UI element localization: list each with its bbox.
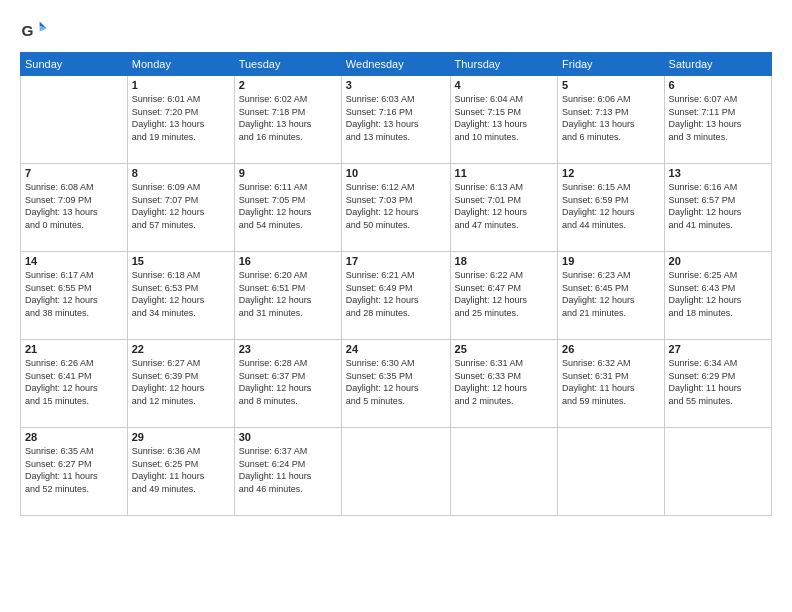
day-info: Sunrise: 6:06 AM Sunset: 7:13 PM Dayligh… (562, 93, 660, 143)
day-info: Sunrise: 6:34 AM Sunset: 6:29 PM Dayligh… (669, 357, 767, 407)
calendar-cell: 27Sunrise: 6:34 AM Sunset: 6:29 PM Dayli… (664, 340, 771, 428)
day-number: 12 (562, 167, 660, 179)
day-number: 1 (132, 79, 230, 91)
day-info: Sunrise: 6:25 AM Sunset: 6:43 PM Dayligh… (669, 269, 767, 319)
day-number: 23 (239, 343, 337, 355)
day-info: Sunrise: 6:32 AM Sunset: 6:31 PM Dayligh… (562, 357, 660, 407)
day-info: Sunrise: 6:20 AM Sunset: 6:51 PM Dayligh… (239, 269, 337, 319)
day-info: Sunrise: 6:13 AM Sunset: 7:01 PM Dayligh… (455, 181, 554, 231)
calendar-cell: 28Sunrise: 6:35 AM Sunset: 6:27 PM Dayli… (21, 428, 128, 516)
calendar-cell: 30Sunrise: 6:37 AM Sunset: 6:24 PM Dayli… (234, 428, 341, 516)
calendar-cell: 24Sunrise: 6:30 AM Sunset: 6:35 PM Dayli… (341, 340, 450, 428)
calendar-cell: 26Sunrise: 6:32 AM Sunset: 6:31 PM Dayli… (558, 340, 665, 428)
day-info: Sunrise: 6:02 AM Sunset: 7:18 PM Dayligh… (239, 93, 337, 143)
day-number: 30 (239, 431, 337, 443)
calendar-cell (21, 76, 128, 164)
calendar-cell: 7Sunrise: 6:08 AM Sunset: 7:09 PM Daylig… (21, 164, 128, 252)
calendar-cell: 6Sunrise: 6:07 AM Sunset: 7:11 PM Daylig… (664, 76, 771, 164)
calendar-cell (558, 428, 665, 516)
day-number: 22 (132, 343, 230, 355)
day-info: Sunrise: 6:21 AM Sunset: 6:49 PM Dayligh… (346, 269, 446, 319)
calendar-cell (450, 428, 558, 516)
day-info: Sunrise: 6:04 AM Sunset: 7:15 PM Dayligh… (455, 93, 554, 143)
calendar-cell: 15Sunrise: 6:18 AM Sunset: 6:53 PM Dayli… (127, 252, 234, 340)
day-number: 2 (239, 79, 337, 91)
day-info: Sunrise: 6:01 AM Sunset: 7:20 PM Dayligh… (132, 93, 230, 143)
calendar-cell: 2Sunrise: 6:02 AM Sunset: 7:18 PM Daylig… (234, 76, 341, 164)
day-info: Sunrise: 6:30 AM Sunset: 6:35 PM Dayligh… (346, 357, 446, 407)
calendar-cell: 3Sunrise: 6:03 AM Sunset: 7:16 PM Daylig… (341, 76, 450, 164)
day-number: 29 (132, 431, 230, 443)
calendar-cell (664, 428, 771, 516)
day-number: 21 (25, 343, 123, 355)
calendar-cell: 4Sunrise: 6:04 AM Sunset: 7:15 PM Daylig… (450, 76, 558, 164)
calendar-week-1: 1Sunrise: 6:01 AM Sunset: 7:20 PM Daylig… (21, 76, 772, 164)
day-info: Sunrise: 6:37 AM Sunset: 6:24 PM Dayligh… (239, 445, 337, 495)
day-number: 6 (669, 79, 767, 91)
calendar-cell: 20Sunrise: 6:25 AM Sunset: 6:43 PM Dayli… (664, 252, 771, 340)
day-number: 11 (455, 167, 554, 179)
calendar-cell: 10Sunrise: 6:12 AM Sunset: 7:03 PM Dayli… (341, 164, 450, 252)
logo: G (20, 16, 52, 44)
day-header-sunday: Sunday (21, 53, 128, 76)
calendar-week-3: 14Sunrise: 6:17 AM Sunset: 6:55 PM Dayli… (21, 252, 772, 340)
day-number: 19 (562, 255, 660, 267)
day-number: 7 (25, 167, 123, 179)
day-info: Sunrise: 6:03 AM Sunset: 7:16 PM Dayligh… (346, 93, 446, 143)
calendar-cell: 5Sunrise: 6:06 AM Sunset: 7:13 PM Daylig… (558, 76, 665, 164)
day-info: Sunrise: 6:17 AM Sunset: 6:55 PM Dayligh… (25, 269, 123, 319)
calendar-cell (341, 428, 450, 516)
day-info: Sunrise: 6:09 AM Sunset: 7:07 PM Dayligh… (132, 181, 230, 231)
day-info: Sunrise: 6:22 AM Sunset: 6:47 PM Dayligh… (455, 269, 554, 319)
calendar-cell: 13Sunrise: 6:16 AM Sunset: 6:57 PM Dayli… (664, 164, 771, 252)
day-header-friday: Friday (558, 53, 665, 76)
day-number: 25 (455, 343, 554, 355)
calendar-cell: 12Sunrise: 6:15 AM Sunset: 6:59 PM Dayli… (558, 164, 665, 252)
day-header-tuesday: Tuesday (234, 53, 341, 76)
day-info: Sunrise: 6:12 AM Sunset: 7:03 PM Dayligh… (346, 181, 446, 231)
day-number: 3 (346, 79, 446, 91)
day-number: 18 (455, 255, 554, 267)
calendar-week-2: 7Sunrise: 6:08 AM Sunset: 7:09 PM Daylig… (21, 164, 772, 252)
day-number: 13 (669, 167, 767, 179)
day-info: Sunrise: 6:11 AM Sunset: 7:05 PM Dayligh… (239, 181, 337, 231)
day-number: 17 (346, 255, 446, 267)
day-info: Sunrise: 6:08 AM Sunset: 7:09 PM Dayligh… (25, 181, 123, 231)
day-number: 28 (25, 431, 123, 443)
day-info: Sunrise: 6:23 AM Sunset: 6:45 PM Dayligh… (562, 269, 660, 319)
calendar-cell: 8Sunrise: 6:09 AM Sunset: 7:07 PM Daylig… (127, 164, 234, 252)
day-number: 4 (455, 79, 554, 91)
day-number: 27 (669, 343, 767, 355)
day-number: 15 (132, 255, 230, 267)
day-number: 5 (562, 79, 660, 91)
day-info: Sunrise: 6:15 AM Sunset: 6:59 PM Dayligh… (562, 181, 660, 231)
day-header-saturday: Saturday (664, 53, 771, 76)
calendar-cell: 19Sunrise: 6:23 AM Sunset: 6:45 PM Dayli… (558, 252, 665, 340)
calendar-cell: 1Sunrise: 6:01 AM Sunset: 7:20 PM Daylig… (127, 76, 234, 164)
day-header-monday: Monday (127, 53, 234, 76)
calendar-header-row: SundayMondayTuesdayWednesdayThursdayFrid… (21, 53, 772, 76)
calendar-cell: 21Sunrise: 6:26 AM Sunset: 6:41 PM Dayli… (21, 340, 128, 428)
calendar-cell: 22Sunrise: 6:27 AM Sunset: 6:39 PM Dayli… (127, 340, 234, 428)
day-info: Sunrise: 6:26 AM Sunset: 6:41 PM Dayligh… (25, 357, 123, 407)
day-info: Sunrise: 6:18 AM Sunset: 6:53 PM Dayligh… (132, 269, 230, 319)
calendar-table: SundayMondayTuesdayWednesdayThursdayFrid… (20, 52, 772, 516)
calendar-cell: 29Sunrise: 6:36 AM Sunset: 6:25 PM Dayli… (127, 428, 234, 516)
day-number: 24 (346, 343, 446, 355)
day-info: Sunrise: 6:36 AM Sunset: 6:25 PM Dayligh… (132, 445, 230, 495)
day-info: Sunrise: 6:07 AM Sunset: 7:11 PM Dayligh… (669, 93, 767, 143)
calendar-cell: 16Sunrise: 6:20 AM Sunset: 6:51 PM Dayli… (234, 252, 341, 340)
day-number: 26 (562, 343, 660, 355)
day-number: 10 (346, 167, 446, 179)
calendar-cell: 11Sunrise: 6:13 AM Sunset: 7:01 PM Dayli… (450, 164, 558, 252)
day-info: Sunrise: 6:28 AM Sunset: 6:37 PM Dayligh… (239, 357, 337, 407)
calendar-cell: 17Sunrise: 6:21 AM Sunset: 6:49 PM Dayli… (341, 252, 450, 340)
calendar-week-5: 28Sunrise: 6:35 AM Sunset: 6:27 PM Dayli… (21, 428, 772, 516)
day-header-thursday: Thursday (450, 53, 558, 76)
calendar-week-4: 21Sunrise: 6:26 AM Sunset: 6:41 PM Dayli… (21, 340, 772, 428)
day-info: Sunrise: 6:16 AM Sunset: 6:57 PM Dayligh… (669, 181, 767, 231)
day-number: 14 (25, 255, 123, 267)
day-number: 9 (239, 167, 337, 179)
calendar-cell: 14Sunrise: 6:17 AM Sunset: 6:55 PM Dayli… (21, 252, 128, 340)
calendar-cell: 18Sunrise: 6:22 AM Sunset: 6:47 PM Dayli… (450, 252, 558, 340)
